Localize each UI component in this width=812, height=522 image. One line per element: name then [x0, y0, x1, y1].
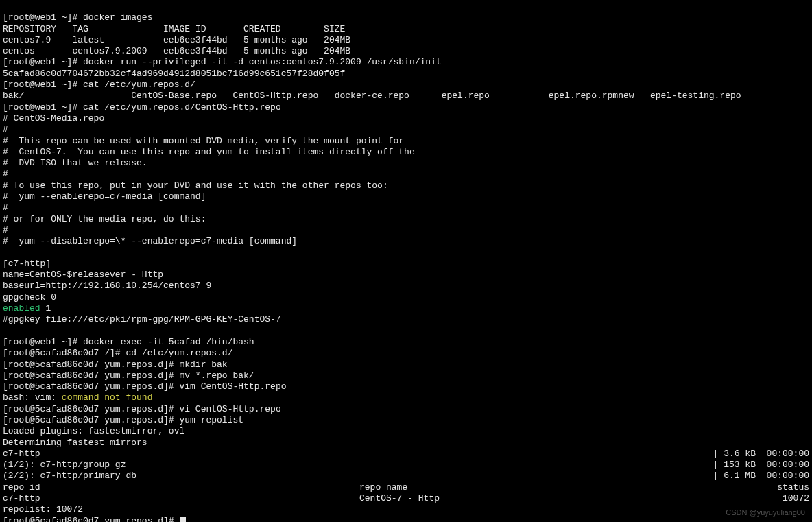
repolist-header: repo idrepo namestatus [3, 482, 809, 493]
prompt: [root@5cafad86c0d7 yum.repos.d]# [3, 516, 179, 522]
file-content: #gpgkey=file:///etc/pki/rpm-gpg/RPM-GPG-… [3, 314, 281, 324]
prompt: [root@5cafad86c0d7 yum.repos.d]# [3, 370, 179, 381]
watermark: CSDN @yuyuyuliang00 [726, 507, 805, 518]
table-row: centos7.9 latest eeb6ee3f44bd 5 months a… [3, 35, 350, 45]
cursor-icon [180, 517, 186, 522]
file-content: # [3, 225, 8, 235]
download-row: c7-http| 3.6 kB 00:00:00 [3, 449, 809, 460]
baseurl-link: http://192.168.10.254/centos7_9 [45, 281, 211, 291]
cmd-text: docker exec -it 5cafad /bin/bash [83, 337, 254, 347]
cmd-text: mv *.repo bak/ [179, 370, 254, 381]
output-line: Loaded plugins: fastestmirror, ovl [3, 426, 184, 436]
file-content: gpgcheck=0 [3, 292, 56, 302]
file-list: bak/ CentOS-Base.repo CentOS-Http.repo d… [3, 91, 741, 101]
file-content: [c7-http] [3, 259, 51, 269]
prompt: [root@web1 ~]# [3, 57, 83, 67]
cmd-text: cd /etc/yum.repos.d/ [126, 348, 232, 358]
file-content: # [3, 202, 8, 213]
container-id: 5cafad86c0d7704672bb32cf4ad969d4912d8051… [3, 69, 345, 79]
cmd-text: docker run --privileged -it -d centos:ce… [83, 57, 442, 67]
file-content: # This repo can be used with mounted DVD… [3, 136, 404, 146]
repolist-row: c7-httpCentOS-7 - Http10072 [3, 493, 809, 504]
table-row: centos centos7.9.2009 eeb6ee3f44bd 5 mon… [3, 46, 350, 56]
prompt: [root@web1 ~]# [3, 102, 83, 112]
download-row: (1/2): c7-http/group_gz| 153 kB 00:00:00 [3, 460, 809, 471]
output-line: Determining fastest mirrors [3, 438, 147, 448]
file-content: baseurl=http://192.168.10.254/centos7_9 [3, 281, 211, 291]
file-content: # CentOS-7. You can use this repo and yu… [3, 147, 415, 157]
prompt: [root@5cafad86c0d7 yum.repos.d]# [3, 404, 179, 414]
table-header: REPOSITORY TAG IMAGE ID CREATED SIZE [3, 24, 345, 34]
cmd-text: cat /etc/yum.repos.d/ [83, 80, 195, 90]
file-content: # To use this repo, put in your DVD and … [3, 180, 388, 191]
file-content: # yum --enablerepo=c7-media [command] [3, 191, 206, 202]
prompt: [root@5cafad86c0d7 yum.repos.d]# [3, 381, 179, 392]
output-line: repolist: 10072 [3, 504, 83, 514]
cmd-text: vi CentOS-Http.repo [179, 404, 280, 414]
prompt: [root@web1 ~]# [3, 337, 83, 347]
cmd-text: yum repolist [179, 415, 243, 425]
cmd-text: cat /etc/yum.repos.d/CentOS-Http.repo [83, 102, 281, 112]
file-content: # DVD ISO that we release. [3, 158, 147, 168]
file-content: # CentOS-Media.repo [3, 113, 104, 123]
prompt: [root@5cafad86c0d7 yum.repos.d]# [3, 415, 179, 425]
prompt: [root@5cafad86c0d7 /]# [3, 348, 126, 358]
file-content: # [3, 169, 8, 179]
download-row: (2/2): c7-http/primary_db| 6.1 MB 00:00:… [3, 471, 809, 482]
file-content: enabled=1 [3, 303, 51, 313]
prompt: [root@web1 ~]# [3, 12, 83, 23]
file-content: name=CentOS-$releasever - Http [3, 270, 163, 280]
terminal-output[interactable]: [root@web1 ~]# docker images REPOSITORY … [0, 0, 812, 522]
file-content: # yum --disablerepo=\* --enablerepo=c7-m… [3, 236, 297, 246]
error-line: bash: vim: command not found [3, 392, 152, 403]
file-content: # [3, 124, 8, 134]
cmd-text: mkdir bak [179, 359, 227, 370]
cmd-text: vim CentOS-Http.repo [179, 381, 286, 392]
prompt: [root@web1 ~]# [3, 80, 83, 90]
file-content: # or for ONLY the media repo, do this: [3, 214, 206, 224]
prompt: [root@5cafad86c0d7 yum.repos.d]# [3, 359, 179, 370]
cmd-text: docker images [83, 12, 152, 23]
